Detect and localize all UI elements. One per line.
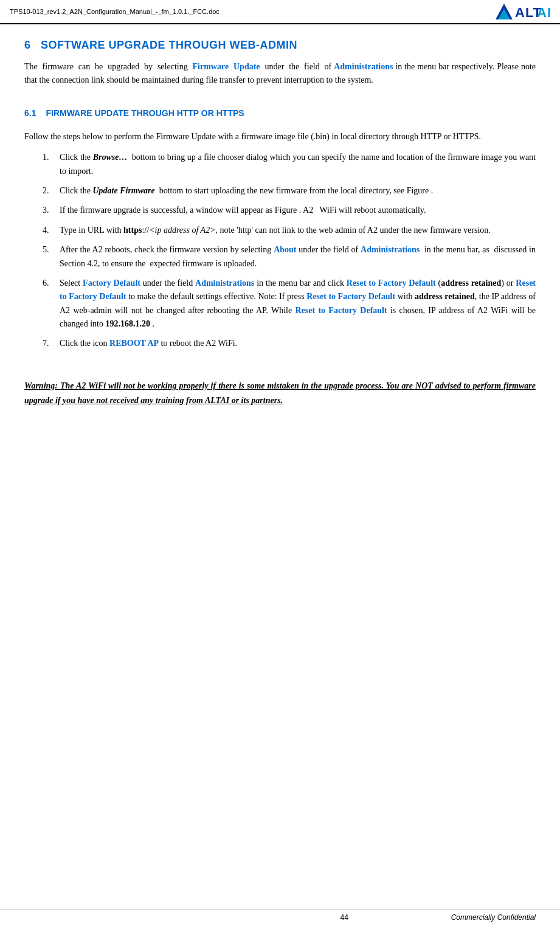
page-wrapper: TPS10-013_rev1.2_A2N_Configuration_Manua… [0, 0, 560, 929]
step-2-num: 2. [43, 184, 60, 198]
subsection-number: 6.1 [24, 108, 36, 118]
intro-paragraph: The firmware can be upgraded by selectin… [24, 60, 536, 88]
confidential-label: Commercially Confidential [451, 913, 536, 922]
svg-text:AI: AI [537, 5, 550, 20]
filename-label: TPS10-013_rev1.2_A2N_Configuration_Manua… [10, 8, 220, 15]
reset-factory-ref-1: Reset to Factory Default [347, 278, 436, 288]
step-7-num: 7. [43, 337, 60, 350]
step-6-num: 6. [43, 277, 60, 331]
ip-192-ref: 192.168.1.20 [105, 319, 150, 328]
ip-address-ref: <ip address of A2> [149, 226, 216, 235]
warning-block: Warning: The A2 WiFi will not be working… [24, 379, 536, 408]
warning-text: Warning: The A2 WiFi will not be working… [24, 381, 536, 405]
step-1: 1. Click the Browse… bottom to bring up … [43, 151, 536, 178]
step-5: 5. After the A2 reboots, check the firmw… [43, 243, 536, 271]
reboot-ap-ref: REBOOT AP [109, 339, 159, 348]
main-content: 6 Software Upgrade through Web-Admin The… [0, 24, 560, 444]
step-2: 2. Click the Update Firmware bottom to s… [43, 184, 536, 198]
section-6-heading: 6 Software Upgrade through Web-Admin [24, 39, 536, 52]
firmware-update-link: Firmware Update [193, 62, 260, 71]
factory-default-ref-1: Factory Default [83, 278, 140, 288]
administrations-link-intro: Administrations [334, 62, 393, 71]
step-4-num: 4. [43, 224, 60, 237]
step-6: 6. Select Factory Default under the fiel… [43, 277, 536, 331]
steps-list: 1. Click the Browse… bottom to bring up … [43, 151, 536, 351]
step-3-content: If the firmware upgrade is successful, a… [60, 204, 536, 217]
reset-factory-ref-3: Reset to Factory Default [306, 292, 395, 301]
administrations-link-5: Administrations [361, 245, 420, 254]
step-3-num: 3. [43, 204, 60, 217]
address-retained-ref-2: address retained [415, 292, 475, 301]
update-firmware-ref: Update Firmware [92, 186, 154, 195]
step-5-num: 5. [43, 243, 60, 271]
step-2-content: Click the Update Firmware bottom to star… [60, 184, 536, 198]
step-5-content: After the A2 reboots, check the firmware… [60, 243, 536, 271]
subsection-6-1-header: 6.1 Firmware Update Through HTTP or HTTP… [24, 108, 536, 124]
about-link: About [274, 245, 296, 254]
page-number: 44 [238, 913, 451, 922]
step-7: 7. Click the icon REBOOT AP to reboot th… [43, 337, 536, 350]
https-ref: https [123, 226, 142, 235]
page-header: TPS10-013_rev1.2_A2N_Configuration_Manua… [0, 0, 560, 24]
step-4: 4. Type in URL with https://<ip address … [43, 224, 536, 237]
address-retained-ref-1: address retained [441, 278, 501, 288]
step-6-content: Select Factory Default under the field A… [60, 277, 536, 331]
step-3: 3. If the firmware upgrade is successful… [43, 204, 536, 217]
section-number: 6 [24, 39, 41, 51]
page-footer: 44 Commercially Confidential [0, 909, 560, 922]
step-1-content: Click the Browse… bottom to bring up a f… [60, 151, 536, 178]
follow-paragraph: Follow the steps below to perform the Fi… [24, 130, 536, 143]
logo: ALT AI [496, 2, 550, 21]
section-title: Software Upgrade through Web-Admin [41, 39, 297, 51]
altai-logo-svg: ALT AI [496, 2, 550, 21]
step-1-num: 1. [43, 151, 60, 178]
browse-button-ref: Browse… [93, 153, 128, 162]
reset-factory-ref-4: Reset to Factory Default [295, 306, 387, 315]
step-7-content: Click the icon REBOOT AP to reboot the A… [60, 337, 536, 350]
subsection-title: Firmware Update Through HTTP or HTTPS [46, 108, 244, 118]
administrations-link-6: Administrations [195, 278, 254, 288]
step-4-content: Type in URL with https://<ip address of … [60, 224, 536, 237]
